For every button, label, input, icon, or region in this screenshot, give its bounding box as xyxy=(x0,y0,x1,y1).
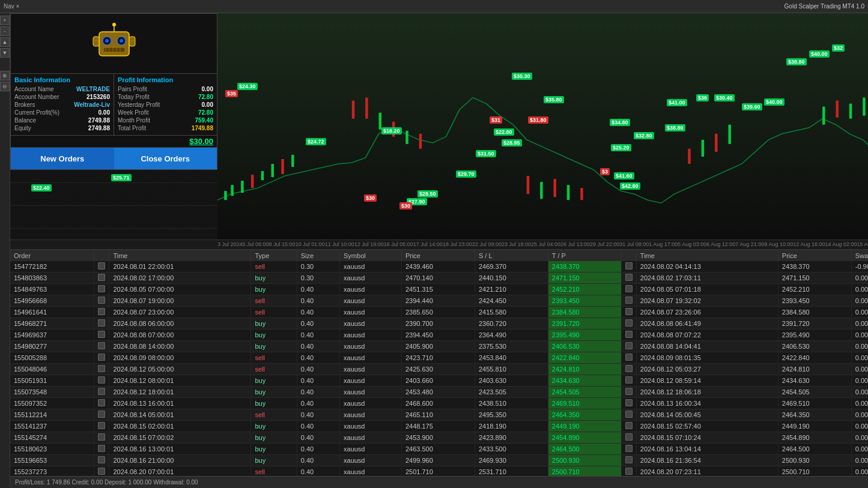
cell-sl: 2403.630 xyxy=(475,375,548,386)
cell-icon xyxy=(94,261,109,273)
time-tick-4: 10 Jul 01:00 xyxy=(296,241,325,247)
cell-close-time: 2024.08.08 06:41:49 xyxy=(636,318,778,329)
cell-tp: 2395.490 xyxy=(548,329,621,340)
cell-size: 0.30 xyxy=(297,272,339,283)
status-text: Profit/Loss: 1 749.86 Credit: 0.00 Depos… xyxy=(15,479,198,486)
cell-symbol: xauusd xyxy=(340,283,402,295)
main-layout: + - ▲ ▼ ⊕ ⊖ xyxy=(0,13,868,488)
sidebar-btn-1[interactable]: + xyxy=(0,16,10,25)
table-row[interactable]: 155073548 2024.08.12 18:00:01 buy 0.40 x… xyxy=(10,386,868,397)
cell-order: 154980277 xyxy=(10,340,94,352)
cell-price: 2385.650 xyxy=(401,306,475,318)
table-row[interactable]: 154969637 2024.08.08 07:00:00 buy 0.40 x… xyxy=(10,329,868,340)
cell-order: 154849763 xyxy=(10,283,94,295)
cell-time: 2024.08.12 18:00:01 xyxy=(109,386,251,397)
table-row[interactable]: 155196653 2024.08.16 21:00:00 buy 0.40 x… xyxy=(10,454,868,466)
cell-symbol: xauusd xyxy=(340,261,402,273)
sidebar-btn-6[interactable]: ⊖ xyxy=(0,82,10,91)
svg-rect-33 xyxy=(540,182,542,199)
table-row[interactable]: 155141237 2024.08.15 02:00:01 buy 0.40 x… xyxy=(10,420,868,432)
svg-rect-28 xyxy=(379,113,381,130)
table-row[interactable]: 155005288 2024.08.09 08:00:00 sell 0.40 … xyxy=(10,352,868,363)
table-row[interactable]: 154803863 2024.08.02 17:00:00 buy 0.30 x… xyxy=(10,272,868,283)
cell-size: 0.40 xyxy=(297,283,339,295)
cell-icon xyxy=(94,443,109,454)
table-row[interactable]: 155112214 2024.08.14 05:00:01 sell 0.40 … xyxy=(10,409,868,420)
cell-type: sell xyxy=(251,295,297,306)
svg-rect-35 xyxy=(567,185,569,200)
cell-price: 2448.175 xyxy=(401,420,475,432)
svg-rect-26 xyxy=(352,101,354,119)
sidebar-btn-2[interactable]: - xyxy=(0,26,10,36)
cell-time: 2024.08.08 14:00:00 xyxy=(109,340,251,352)
sidebar-btn-5[interactable]: ⊕ xyxy=(0,71,10,80)
cell-type: buy xyxy=(251,420,297,432)
table-row[interactable]: 155180623 2024.08.16 13:00:01 buy 0.40 x… xyxy=(10,443,868,454)
cell-icon xyxy=(94,318,109,329)
cell-swap: 0.00 xyxy=(851,386,868,397)
cell-icon2 xyxy=(621,363,636,375)
cell-type: buy xyxy=(251,283,297,295)
close-orders-button[interactable]: Close Orders xyxy=(114,148,217,169)
trade-label-13: $29.70 xyxy=(456,170,476,178)
cell-order: 155180623 xyxy=(10,443,94,454)
sidebar-btn-4[interactable]: ▼ xyxy=(0,48,10,58)
trade-label-12: $30 xyxy=(399,202,412,209)
status-bar: Profit/Loss: 1 749.86 Credit: 0.00 Depos… xyxy=(10,476,868,488)
cell-close-time: 2024.08.16 21:36:54 xyxy=(636,454,778,466)
time-tick-3: 8 Jul 15:00 xyxy=(269,241,296,247)
equity-label: Equity xyxy=(14,125,31,131)
svg-rect-44 xyxy=(863,98,865,116)
cell-symbol: xauusd xyxy=(340,432,402,443)
cell-tp: 2469.510 xyxy=(548,397,621,409)
cell-type: sell xyxy=(251,306,297,318)
cell-type: sell xyxy=(251,363,297,375)
cell-time: 2024.08.15 02:00:01 xyxy=(109,420,251,432)
cell-close-time: 2024.08.12 05:03:27 xyxy=(636,363,778,375)
cell-size: 0.40 xyxy=(297,454,339,466)
table-row[interactable]: 155237273 2024.08.20 07:00:01 sell 0.40 … xyxy=(10,466,868,476)
cell-close-time: 2024.08.15 07:10:24 xyxy=(636,432,778,443)
cell-size: 0.40 xyxy=(297,340,339,352)
account-name-label: Account Name xyxy=(14,86,54,92)
table-row[interactable]: 154968271 2024.08.08 06:00:00 buy 0.40 x… xyxy=(10,318,868,329)
new-orders-button[interactable]: New Orders xyxy=(11,148,114,169)
cell-sl: 2531.710 xyxy=(475,466,548,476)
sidebar-btn-3[interactable]: ▲ xyxy=(0,37,10,47)
table-row[interactable]: 154961641 2024.08.07 23:00:00 sell 0.40 … xyxy=(10,306,868,318)
cell-symbol: xauusd xyxy=(340,340,402,352)
cell-price: 2468.600 xyxy=(401,397,475,409)
cell-sl: 2423.505 xyxy=(475,386,548,397)
svg-rect-24 xyxy=(281,159,284,174)
table-row[interactable]: 155097352 2024.08.13 16:00:01 buy 0.40 x… xyxy=(10,397,868,409)
svg-rect-11 xyxy=(93,37,99,46)
cell-swap: 0.00 xyxy=(851,363,868,375)
week-profit-row: Week Profit 72.80 xyxy=(118,109,213,116)
table-row[interactable]: 155145274 2024.08.15 07:00:02 buy 0.40 x… xyxy=(10,432,868,443)
cell-close-time: 2024.08.20 07:23:11 xyxy=(636,466,778,476)
month-profit-row: Month Profit 759.40 xyxy=(118,117,213,124)
svg-rect-42 xyxy=(836,101,838,118)
cell-price: 2463.500 xyxy=(401,443,475,454)
table-row[interactable]: 154772182 2024.08.01 22:00:01 sell 0.30 … xyxy=(10,261,868,273)
table-row[interactable]: 155048046 2024.08.12 05:00:00 sell 0.40 … xyxy=(10,363,868,375)
trade-label-15: $22.80 xyxy=(494,128,514,136)
table-row[interactable]: 155051931 2024.08.12 08:00:01 buy 0.40 x… xyxy=(10,375,868,386)
table-row[interactable]: 154956668 2024.08.07 19:00:00 sell 0.40 … xyxy=(10,295,868,306)
trade-label-23: $25.20 xyxy=(611,144,631,151)
orders-table-container[interactable]: Order Time Type Size Symbol Price S / L … xyxy=(10,249,868,477)
total-profit-label: Total Profit xyxy=(118,125,146,131)
cell-tp: 2500.710 xyxy=(548,466,621,476)
cell-close-time: 2024.08.12 08:59:14 xyxy=(636,375,778,386)
svg-rect-20 xyxy=(241,181,243,193)
trade-label-26: $42.80 xyxy=(620,182,640,190)
orders-table: Order Time Type Size Symbol Price S / L … xyxy=(10,250,868,477)
col-size: Size xyxy=(297,250,339,261)
info-panel: Basic Information Account Name WELTRADE … xyxy=(10,13,217,170)
cell-tp: 2406.530 xyxy=(548,340,621,352)
table-row[interactable]: 154849763 2024.08.05 07:00:00 buy 0.40 x… xyxy=(10,283,868,295)
col-price: Price xyxy=(401,250,475,261)
cell-size: 0.40 xyxy=(297,352,339,363)
cell-swap: 0.00 xyxy=(851,420,868,432)
table-row[interactable]: 154980277 2024.08.08 14:00:00 buy 0.40 x… xyxy=(10,340,868,352)
